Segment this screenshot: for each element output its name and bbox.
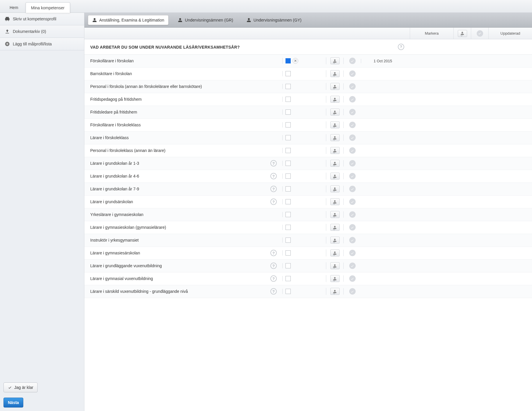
- mark-checkbox[interactable]: [285, 122, 291, 127]
- competence-label: Personal i förskoleklass (annan än lärar…: [84, 145, 265, 156]
- mark-checkbox[interactable]: [285, 109, 291, 115]
- check-icon: [350, 110, 354, 114]
- competence-row: Lärare i gymnasial vuxenutbildning?: [84, 272, 532, 285]
- competence-label: Förskollärare i förskolan: [84, 56, 265, 66]
- tab-mina-kompetenser[interactable]: Mina kompetenser: [26, 2, 70, 13]
- comment-button[interactable]: [330, 70, 340, 77]
- comment-button[interactable]: [330, 275, 340, 282]
- check-icon: [350, 72, 354, 76]
- check-icon: [350, 213, 354, 217]
- competence-row: Barnskötare i förskolan: [84, 68, 532, 80]
- section-tab-anstallning[interactable]: Anställning, Examina & Legitimation: [88, 15, 169, 25]
- mark-checkbox[interactable]: [285, 212, 291, 217]
- verify-icon: [349, 122, 356, 128]
- mark-checkbox[interactable]: [285, 263, 291, 268]
- mark-checkbox[interactable]: [285, 135, 291, 140]
- mark-checkbox[interactable]: [285, 148, 291, 153]
- comment-button[interactable]: [330, 147, 340, 154]
- main-panel: Anställning, Examina & Legitimation Unde…: [84, 13, 532, 411]
- done-button-label: Jag är klar: [14, 385, 33, 390]
- mark-checkbox[interactable]: [285, 225, 291, 230]
- person-icon: [333, 251, 337, 255]
- comment-button[interactable]: [330, 121, 340, 128]
- help-icon[interactable]: ?: [270, 160, 277, 166]
- next-button[interactable]: Nästa: [3, 398, 23, 408]
- help-icon[interactable]: ?: [270, 275, 277, 282]
- competence-label: Fritidsledare på fritidshem: [84, 107, 265, 117]
- section-tab-gr[interactable]: Undervisningsämnen (GR): [174, 15, 237, 25]
- help-icon[interactable]: ?: [270, 288, 277, 295]
- mark-checkbox[interactable]: [285, 161, 291, 166]
- mark-checkbox[interactable]: [285, 289, 291, 294]
- comment-button[interactable]: [330, 211, 340, 218]
- verify-icon: [349, 58, 356, 64]
- competence-row: Lärare i gymnasieskolan (gymnasielärare): [84, 221, 532, 234]
- comment-button[interactable]: [330, 83, 340, 90]
- comment-button[interactable]: [330, 173, 340, 180]
- question-row: VAD ARBETAR DU SOM UNDER NUVARANDE LÄSÅR…: [84, 39, 392, 54]
- sidebar-item-label: Skriv ut kompetensprofil: [13, 17, 56, 21]
- competence-label: Lärare i grundläggande vuxenutbildning: [84, 261, 265, 271]
- help-icon[interactable]: ?: [270, 186, 277, 192]
- comment-button[interactable]: [330, 57, 340, 64]
- comment-button[interactable]: [330, 96, 340, 103]
- mark-checkbox[interactable]: [285, 71, 291, 76]
- person-icon: [333, 226, 337, 229]
- mark-checkbox[interactable]: [285, 84, 291, 89]
- person-icon: [333, 98, 337, 101]
- competence-row: Personal i förskola (annan än förskolelä…: [84, 80, 532, 93]
- mark-checkbox[interactable]: [285, 250, 291, 256]
- comment-button[interactable]: [330, 198, 340, 205]
- competence-label: Lärare i gymnasiesärskolan: [84, 248, 265, 258]
- comment-button[interactable]: [330, 185, 340, 192]
- mark-checkbox[interactable]: [285, 199, 291, 204]
- help-icon[interactable]: ?: [398, 44, 404, 50]
- comment-button[interactable]: [330, 249, 340, 256]
- section-tab-gy[interactable]: Undervisningsämnen (GY): [242, 15, 306, 25]
- sidebar-item-label: Dokumentarkiv (0): [13, 29, 46, 34]
- check-icon: [350, 98, 354, 101]
- mark-checkbox[interactable]: [285, 173, 291, 179]
- upload-icon: [5, 29, 10, 34]
- mark-checkbox[interactable]: [285, 58, 291, 63]
- check-icon: [350, 290, 354, 293]
- mark-checkbox[interactable]: [285, 238, 291, 243]
- person-icon: [178, 18, 182, 22]
- help-icon[interactable]: ?: [270, 173, 277, 179]
- done-button[interactable]: Jag är klar: [3, 382, 38, 392]
- check-icon: [350, 200, 354, 204]
- comment-button[interactable]: [330, 160, 340, 167]
- verify-icon: [349, 288, 356, 295]
- comment-button[interactable]: [330, 109, 340, 116]
- comment-button[interactable]: [330, 224, 340, 231]
- help-icon[interactable]: ?: [270, 250, 277, 256]
- person-icon: [333, 162, 337, 165]
- verify-icon: [349, 211, 356, 218]
- competence-row: Förskollärare i förskolan✕1 Oct 2015: [84, 55, 532, 68]
- mark-checkbox[interactable]: [285, 276, 291, 281]
- tab-hem[interactable]: Hem: [4, 2, 24, 13]
- help-icon[interactable]: ?: [270, 263, 277, 269]
- competence-label: Lärare i grundsärskolan: [84, 196, 265, 207]
- comment-button[interactable]: [330, 262, 340, 269]
- competence-label: Barnskötare i förskolan: [84, 68, 265, 79]
- sidebar-item-documents[interactable]: Dokumentarkiv (0): [0, 25, 84, 38]
- mark-checkbox[interactable]: [285, 186, 291, 192]
- sidebar-item-print[interactable]: Skriv ut kompetensprofil: [0, 13, 84, 25]
- verify-icon: [349, 237, 356, 243]
- competence-label: Lärare i förskoleklass: [84, 132, 265, 143]
- sidebar-item-add-profile[interactable]: Lägg till målprofil/lista: [0, 38, 84, 50]
- comment-button[interactable]: [330, 237, 340, 244]
- person-icon: [333, 187, 337, 191]
- competence-label: Instruktör i yrkesgymansiet: [84, 235, 265, 245]
- comment-button[interactable]: [330, 288, 340, 295]
- person-icon: [333, 136, 337, 140]
- competence-row: Lärare i grundskolan år 4-6?: [84, 170, 532, 183]
- mark-checkbox[interactable]: [285, 97, 291, 102]
- person-icon: [333, 149, 337, 153]
- clear-mark-button[interactable]: ✕: [292, 58, 298, 64]
- help-icon[interactable]: ?: [270, 199, 277, 205]
- print-icon: [5, 16, 10, 22]
- col-comment-icon: [453, 28, 471, 39]
- comment-button[interactable]: [330, 134, 340, 141]
